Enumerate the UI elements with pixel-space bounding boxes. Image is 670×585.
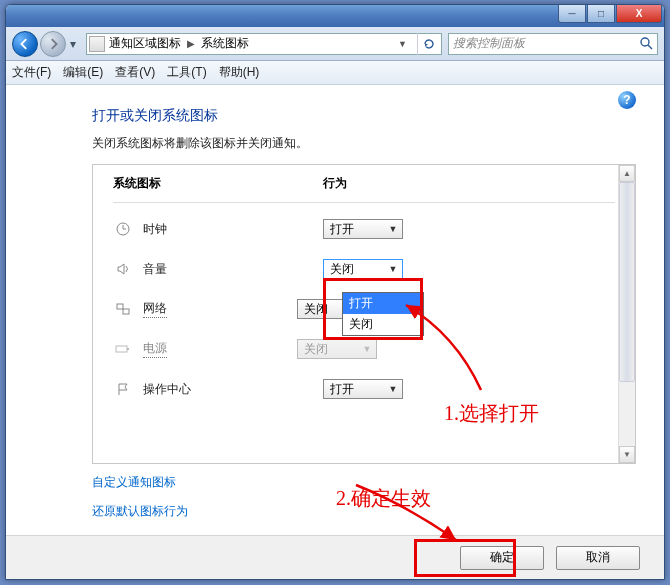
speaker-icon [113,261,133,277]
system-icons-table: 系统图标 行为 时钟 打开 ▼ 音量 [92,164,636,464]
svg-rect-4 [123,309,129,314]
row-clock: 时钟 打开 ▼ [93,209,635,249]
window-buttons: ─ □ X [557,5,662,23]
arrow-right-icon [47,38,59,50]
minimize-button[interactable]: ─ [558,5,586,23]
clock-icon [113,221,133,237]
help-icon[interactable]: ? [618,91,636,109]
page-subtitle: 关闭系统图标将删除该图标并关闭通知。 [92,135,664,152]
row-actioncenter: 操作中心 打开 ▼ [93,369,635,409]
address-dropdown-icon[interactable]: ▼ [398,39,407,49]
svg-point-0 [641,38,649,46]
col-header-behavior: 行为 [323,175,615,192]
network-icon [113,301,133,317]
arrow-left-icon [19,38,31,50]
row-clock-label: 时钟 [143,221,323,238]
page-title: 打开或关闭系统图标 [92,107,664,125]
close-button[interactable]: X [616,5,662,23]
refresh-icon [422,37,436,51]
row-power-label: 电源 [143,340,167,358]
refresh-button[interactable] [417,33,439,55]
col-header-system-icon: 系统图标 [113,175,323,192]
search-placeholder: 搜索控制面板 [453,35,525,52]
svg-rect-5 [116,346,127,352]
menu-help[interactable]: 帮助(H) [219,64,260,81]
combo-option-open[interactable]: 打开 [343,293,423,314]
links: 自定义通知图标 还原默认图标行为 [92,474,664,520]
titlebar: ─ □ X [6,5,664,27]
chevron-down-icon: ▼ [360,342,374,356]
combo-clock[interactable]: 打开 ▼ [323,219,403,239]
combo-actioncenter[interactable]: 打开 ▼ [323,379,403,399]
scroll-down-icon[interactable]: ▼ [619,446,635,463]
back-button[interactable] [12,31,38,57]
menu-tools[interactable]: 工具(T) [167,64,206,81]
flag-icon [113,381,133,397]
search-icon [639,36,653,53]
content-area: ? 打开或关闭系统图标 关闭系统图标将删除该图标并关闭通知。 系统图标 行为 时… [6,85,664,535]
forward-button[interactable] [40,31,66,57]
chevron-down-icon: ▼ [386,222,400,236]
row-network-label: 网络 [143,300,167,318]
svg-rect-6 [127,348,129,350]
scroll-thumb[interactable] [619,182,635,382]
nav-row: ▾ 通知区域图标 ▶ 系统图标 ▼ 搜索控制面板 [6,27,664,61]
search-input[interactable]: 搜索控制面板 [448,33,658,55]
combo-volume[interactable]: 关闭 ▼ [323,259,403,279]
chevron-down-icon: ▼ [386,262,400,276]
menubar: 文件(F) 编辑(E) 查看(V) 工具(T) 帮助(H) [6,61,664,85]
battery-icon [113,341,133,357]
ok-button[interactable]: 确定 [460,546,544,570]
row-volume: 音量 关闭 ▼ [93,249,635,289]
control-panel-window: ─ □ X ▾ 通知区域图标 ▶ 系统图标 ▼ [5,4,665,580]
menu-file[interactable]: 文件(F) [12,64,51,81]
breadcrumb-part-2[interactable]: 系统图标 [201,35,249,52]
row-actioncenter-label: 操作中心 [143,381,323,398]
svg-rect-3 [117,304,123,309]
scrollbar[interactable]: ▲ ▼ [618,165,635,463]
maximize-button[interactable]: □ [587,5,615,23]
combo-volume-dropdown: 打开 关闭 [342,292,424,336]
address-bar[interactable]: 通知区域图标 ▶ 系统图标 ▼ [86,33,442,55]
cancel-button[interactable]: 取消 [556,546,640,570]
svg-line-1 [648,45,652,49]
link-restore-defaults[interactable]: 还原默认图标行为 [92,503,664,520]
row-volume-label: 音量 [143,261,323,278]
menu-edit[interactable]: 编辑(E) [63,64,103,81]
nav-history-dropdown[interactable]: ▾ [66,33,80,55]
breadcrumb-part-1[interactable]: 通知区域图标 [109,35,181,52]
scroll-up-icon[interactable]: ▲ [619,165,635,182]
monitor-icon [89,36,105,52]
footer: 确定 取消 [6,535,664,579]
combo-power: 关闭 ▼ [297,339,377,359]
chevron-down-icon: ▼ [386,382,400,396]
link-customize-icons[interactable]: 自定义通知图标 [92,474,664,491]
chevron-right-icon: ▶ [187,38,195,49]
combo-option-close[interactable]: 关闭 [343,314,423,335]
menu-view[interactable]: 查看(V) [115,64,155,81]
